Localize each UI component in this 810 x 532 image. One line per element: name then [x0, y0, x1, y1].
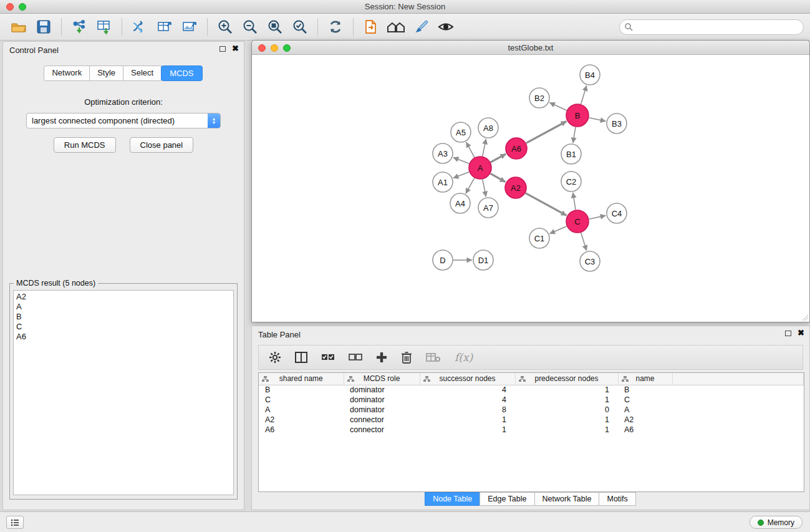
edge-A-A2[interactable] — [491, 173, 506, 181]
cell[interactable]: connector — [344, 425, 420, 435]
new-network-button[interactable] — [127, 16, 152, 37]
select-all-button[interactable] — [321, 353, 335, 362]
zoom-out-button[interactable] — [238, 16, 263, 37]
cell[interactable]: A2 — [259, 415, 344, 425]
cell[interactable]: A2 — [618, 415, 672, 425]
tab-edge-table[interactable]: Edge Table — [480, 492, 534, 506]
zoom-in-button[interactable] — [213, 16, 238, 37]
cell[interactable]: dominator — [344, 395, 420, 405]
edge-B-B4[interactable] — [581, 85, 587, 104]
show-panels-button[interactable] — [6, 516, 24, 529]
edge-C-C4[interactable] — [589, 216, 606, 220]
import-network-button[interactable] — [67, 16, 92, 37]
split-column-button[interactable] — [295, 352, 307, 363]
column-header-name[interactable]: name — [618, 373, 672, 385]
float-table-panel-icon[interactable] — [785, 331, 791, 336]
cell[interactable]: C — [259, 395, 344, 405]
cell[interactable]: 1 — [420, 415, 515, 425]
cell[interactable]: A — [618, 405, 672, 415]
cell[interactable]: connector — [344, 415, 420, 425]
cell[interactable]: 1 — [515, 415, 618, 425]
edge-A-A7[interactable] — [483, 180, 486, 197]
edge-A2-C[interactable] — [526, 193, 567, 216]
save-session-button[interactable] — [31, 16, 56, 37]
search-input[interactable] — [619, 19, 804, 35]
criterion-select[interactable]: largest connected component (directed) ▲… — [26, 113, 221, 128]
edge-A-A3[interactable] — [453, 157, 469, 163]
close-network-button[interactable] — [258, 44, 266, 52]
tab-node-table[interactable]: Node Table — [425, 492, 480, 506]
result-item[interactable]: A2 — [16, 292, 231, 302]
result-item[interactable]: A — [16, 302, 231, 312]
cell[interactable]: 4 — [420, 385, 515, 395]
cell[interactable]: 1 — [420, 425, 515, 435]
new-table-button[interactable] — [152, 16, 177, 37]
edge-A-A8[interactable] — [483, 139, 486, 157]
column-header-predecessor-nodes[interactable]: predecessor nodes — [515, 373, 618, 385]
tab-mcds[interactable]: MCDS — [161, 65, 202, 81]
cell[interactable]: B — [618, 385, 672, 395]
cell[interactable]: 1 — [515, 385, 618, 395]
cell[interactable]: A6 — [618, 425, 672, 435]
export-image-button[interactable] — [177, 16, 202, 37]
cell[interactable]: 4 — [420, 395, 515, 405]
zoom-selected-button[interactable] — [287, 16, 312, 37]
resize-handle[interactable] — [801, 314, 809, 321]
edge-C-C3[interactable] — [581, 233, 587, 251]
edge-C-C1[interactable] — [549, 226, 566, 234]
cell[interactable]: 1 — [515, 395, 618, 405]
float-panel-icon[interactable] — [219, 46, 226, 52]
cell[interactable]: dominator — [344, 385, 420, 395]
table-row[interactable]: A2connector11A2 — [259, 415, 804, 425]
refresh-button[interactable] — [323, 16, 348, 37]
cell[interactable]: dominator — [344, 405, 420, 415]
close-panel-icon[interactable]: ✖ — [232, 46, 239, 52]
delete-table-button[interactable] — [426, 352, 441, 362]
apply-style-button[interactable] — [408, 16, 433, 37]
table-row[interactable]: Adominator80A — [259, 405, 804, 415]
tab-motifs[interactable]: Motifs — [599, 492, 635, 506]
table-header-row[interactable]: shared nameMCDS rolesuccessor nodesprede… — [259, 373, 804, 385]
edge-C-C2[interactable] — [573, 193, 576, 210]
result-item[interactable]: B — [16, 312, 231, 322]
close-panel-button[interactable]: Close panel — [130, 137, 194, 153]
edge-A6-B[interactable] — [526, 122, 567, 143]
cell[interactable]: 0 — [515, 405, 618, 415]
minimize-network-button[interactable] — [271, 44, 278, 52]
delete-column-button[interactable] — [401, 351, 412, 364]
cell[interactable]: A — [259, 405, 344, 415]
cell[interactable]: B — [259, 385, 344, 395]
tab-style[interactable]: Style — [89, 65, 123, 81]
result-item[interactable]: A6 — [16, 332, 231, 342]
table-row[interactable]: Bdominator41B — [259, 385, 804, 395]
cell[interactable]: A6 — [259, 425, 344, 435]
zoom-fit-button[interactable] — [263, 16, 287, 37]
column-header-MCDS-role[interactable]: MCDS role — [344, 373, 420, 385]
edge-B-B2[interactable] — [549, 103, 566, 111]
edge-B-B3[interactable] — [589, 118, 606, 122]
settings-button[interactable] — [269, 351, 281, 364]
cell[interactable]: 1 — [515, 425, 618, 435]
cell[interactable]: C — [618, 395, 672, 405]
network-window-titlebar[interactable]: testGlobe.txt — [252, 41, 809, 55]
edge-B-B1[interactable] — [573, 127, 576, 143]
memory-button[interactable]: Memory — [750, 516, 803, 529]
close-table-panel-icon[interactable]: ✖ — [798, 330, 804, 336]
mcds-result-list[interactable]: A2ABCA6 — [13, 290, 234, 495]
report-button[interactable] — [359, 16, 383, 37]
tab-network-table[interactable]: Network Table — [534, 492, 600, 506]
result-item[interactable]: C — [16, 322, 231, 332]
show-hide-button[interactable] — [433, 16, 458, 37]
zoom-window-button[interactable] — [19, 3, 26, 11]
home-networks-button[interactable] — [383, 16, 408, 37]
function-builder-button[interactable]: f(x) — [455, 351, 473, 364]
tab-select[interactable]: Select — [123, 65, 162, 81]
add-column-button[interactable] — [376, 352, 387, 363]
network-canvas[interactable]: B4B2BB3B1A5A8A6A3AA1C2A2A4A7CC4C1C3DD1 — [252, 55, 809, 322]
table-row[interactable]: A6connector11A6 — [259, 425, 804, 435]
tab-network[interactable]: Network — [44, 65, 90, 81]
column-header-successor-nodes[interactable]: successor nodes — [420, 373, 515, 385]
import-table-button[interactable] — [92, 16, 117, 37]
deselect-all-button[interactable] — [349, 353, 362, 362]
edge-A-A1[interactable] — [453, 172, 469, 178]
